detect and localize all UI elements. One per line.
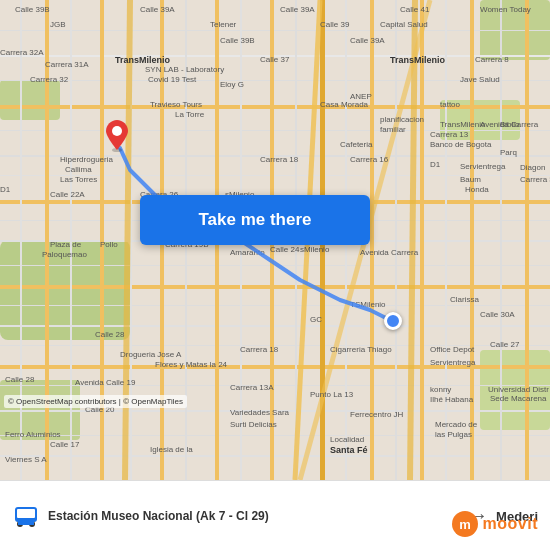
label-syn-lab: SYN LAB - Laboratory <box>145 65 224 74</box>
label-capital-salud: Capital Salud <box>380 20 428 29</box>
label-plaza-paloquemao: Plaza de <box>50 240 81 249</box>
label-telener: Telener <box>210 20 236 29</box>
label-servientrega-1: Servientrega <box>460 162 505 171</box>
label-familiar: familiar <box>380 125 406 134</box>
label-casa-morada: Casa Morada <box>320 100 368 109</box>
label-viernes: Viernes S A <box>5 455 47 464</box>
street-label-calle-39b: Calle 39B <box>15 5 50 14</box>
label-gc: GC <box>310 315 322 324</box>
label-calle-28-2: Calle 28 <box>5 375 34 384</box>
label-covid: Covid 19 Test <box>148 75 196 84</box>
map: Calle 39B Calle 39A Calle 39A Calle 41 C… <box>0 0 550 480</box>
street-label-jgb: JGB <box>50 20 66 29</box>
moovit-text: moovit <box>483 515 538 533</box>
label-honda: Honda <box>465 185 489 194</box>
label-carrera-32: Carrera 32 <box>520 175 550 184</box>
label-planificacion: planificacion <box>380 115 424 124</box>
label-calle-22a: Calle 22A <box>50 190 85 199</box>
label-las-torres: Las Torres <box>60 175 97 184</box>
label-pollo: Pollo <box>100 240 118 249</box>
street-label-calle-39a: Calle 39A <box>140 5 175 14</box>
label-iglesia: Iglesia de la <box>150 445 193 454</box>
label-office-depot: Office Depot <box>430 345 474 354</box>
label-servientrega-2: Servientrega <box>430 358 475 367</box>
label-la-torre: La Torre <box>175 110 204 119</box>
label-flores: Flores y Matas la 24 <box>155 360 227 369</box>
label-pulgas: las Pulgas <box>435 430 472 439</box>
label-hiperdrogueria: Hiperdrogueria <box>60 155 113 164</box>
label-avenida-carrera-3: Avenida Carrera <box>360 248 418 257</box>
label-tattoo: tattoo <box>440 100 460 109</box>
label-cafeteria: Cafeteria <box>340 140 372 149</box>
label-punto-la-13: Punto La 13 <box>310 390 353 399</box>
street-label-calle-41: Calle 41 <box>400 5 429 14</box>
label-carrera-32a: Carrera 32A <box>0 48 44 57</box>
take-me-there-button[interactable]: Take me there <box>140 195 370 245</box>
svg-point-5 <box>112 126 122 136</box>
label-amaranto: Amaranto <box>230 248 265 257</box>
label-carrera-32: Carrera 32 <box>30 75 68 84</box>
label-carrera-18: Carrera 18 <box>260 155 298 164</box>
label-ferro: Ferro Aluminios <box>5 430 61 439</box>
label-carrera-13a: Carrera 13A <box>230 383 274 392</box>
label-women-today: Women Today <box>480 5 531 14</box>
label-calle-17: Calle 17 <box>50 440 79 449</box>
label-biblio: Biblio <box>500 120 520 129</box>
street-label-calle-39: Calle 39 <box>320 20 349 29</box>
label-transmilenio-3: TransMilenio <box>440 120 486 129</box>
label-santa-fe: Santa Fé <box>330 445 368 455</box>
destination-pin <box>384 312 402 330</box>
label-callima: Callima <box>65 165 92 174</box>
label-carrera-18-2: Carrera 18 <box>240 345 278 354</box>
moovit-logo: m moovit <box>451 510 538 538</box>
label-konny: konny <box>430 385 451 394</box>
label-cigarreria: Cigarreria Thiago <box>330 345 392 354</box>
label-carrera-31a: Carrera 31A <box>45 60 89 69</box>
label-avenida-calle-19: Avenida Calle 19 <box>75 378 135 387</box>
label-clarissa: Clarissa <box>450 295 479 304</box>
moovit-logo-icon: m <box>451 510 479 538</box>
route-origin-section: Estación Museo Nacional (Ak 7 - Cl 29) <box>12 502 460 530</box>
label-travieso-tours: Travieso Tours <box>150 100 202 109</box>
route-info: Estación Museo Nacional (Ak 7 - Cl 29) <box>48 509 460 523</box>
label-d1-2: D1 <box>0 185 10 194</box>
label-smilenio2: sMilenio <box>300 245 329 254</box>
label-jave-salud: Jave Salud <box>460 75 500 84</box>
label-calle-24: Calle 24 <box>270 245 299 254</box>
label-transmilenio-1: TransMilenio <box>115 55 170 65</box>
label-parg: Parq <box>500 148 517 157</box>
label-diagonal: Diagon <box>520 163 545 172</box>
label-carrera-8: Carrera 8 <box>475 55 509 64</box>
label-calle-28: Calle 28 <box>95 330 124 339</box>
label-carrera-13: Carrera 13 <box>430 130 468 139</box>
label-calle-37: Calle 37 <box>260 55 289 64</box>
label-paloquemao: Paloquemao <box>42 250 87 259</box>
label-ferrecentro: Ferrecentro JH <box>350 410 403 419</box>
label-tsmilenio3: TSMilenio <box>350 300 386 309</box>
transit-icon <box>12 502 40 530</box>
label-surti: Surti Delicias <box>230 420 277 429</box>
label-localidad: Localidad <box>330 435 364 444</box>
svg-text:m: m <box>459 517 471 532</box>
label-d1-1: D1 <box>430 160 440 169</box>
street-label-calle-39b2: Calle 39B <box>220 36 255 45</box>
label-baum: Baum <box>460 175 481 184</box>
label-sede: Sede Macarena <box>490 394 546 403</box>
street-label-calle-39a3: Calle 39A <box>350 36 385 45</box>
svg-rect-10 <box>18 521 34 525</box>
svg-rect-7 <box>17 509 35 518</box>
map-attribution: © OpenStreetMap contributors | © OpenMap… <box>4 395 187 408</box>
label-calle-30a: Calle 30A <box>480 310 515 319</box>
label-banco-bogota: Banco de Bogota <box>430 140 491 149</box>
label-univ: Universidad Distr <box>488 385 549 394</box>
label-transmilenio-2: TransMilenio <box>390 55 445 65</box>
label-drogueria: Drogueria Jose A <box>120 350 181 359</box>
label-variedades: Variedades Sara <box>230 408 289 417</box>
origin-text: Estación Museo Nacional (Ak 7 - Cl 29) <box>48 509 460 523</box>
street-label-calle-39a2: Calle 39A <box>280 5 315 14</box>
origin-pin <box>106 120 128 156</box>
label-carrera-16: Carrera 16 <box>350 155 388 164</box>
label-eloy-g: Eloy G <box>220 80 244 89</box>
label-mercado: Mercado de <box>435 420 477 429</box>
label-calle-27: Calle 27 <box>490 340 519 349</box>
